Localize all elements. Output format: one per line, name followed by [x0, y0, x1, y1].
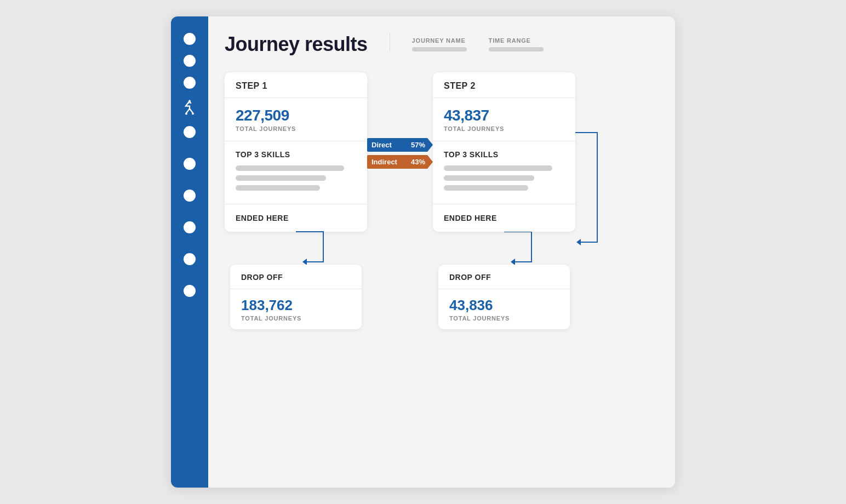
direct-badge-wrapper: Direct 57%: [367, 138, 433, 152]
step2-skill-bar-row-2: [444, 175, 564, 181]
direct-pct: 57%: [409, 138, 433, 152]
journey-name-label: JOURNEY NAME: [412, 37, 467, 44]
sidebar-dot-5[interactable]: [184, 158, 196, 170]
sidebar-dot-9[interactable]: [184, 285, 196, 297]
step2-ended-label: ENDED HERE: [444, 214, 497, 222]
journey-name-filter[interactable]: JOURNEY NAME: [412, 37, 467, 51]
skill-bar-2: [236, 175, 326, 181]
dropoff2-value: 43,836: [449, 297, 559, 314]
header: Journey results JOURNEY NAME TIME RANGE: [225, 33, 659, 56]
main-container: Journey results JOURNEY NAME TIME RANGE: [171, 16, 675, 488]
dropoff2-label: TOTAL JOURNEYS: [449, 315, 559, 322]
step1-metrics: 227,509 TOTAL JOURNEYS: [225, 98, 367, 141]
step2-header: STEP 2: [433, 72, 575, 98]
dropoff1-title: DROP OFF: [241, 273, 283, 282]
svg-point-0: [185, 113, 187, 115]
sidebar-dot-1[interactable]: [184, 33, 196, 45]
dropoff1-header: DROP OFF: [230, 265, 362, 289]
step1-title: STEP 1: [236, 81, 267, 90]
svg-point-1: [192, 113, 194, 115]
sidebar-dot-2[interactable]: [184, 55, 196, 67]
page-title: Journey results: [225, 33, 368, 56]
time-range-filter[interactable]: TIME RANGE: [489, 37, 544, 51]
step2-metrics: 43,837 TOTAL JOURNEYS: [433, 98, 575, 141]
skill-bar-row-1: [236, 165, 356, 171]
step1-ended: ENDED HERE: [225, 204, 367, 232]
dropoff1-metrics: 183,762 TOTAL JOURNEYS: [230, 289, 362, 329]
step2-ended: ENDED HERE: [433, 204, 575, 232]
indirect-badge: Indirect 43%: [367, 155, 433, 169]
sidebar-dot-4[interactable]: [184, 126, 196, 138]
step2-skill-bar-row-3: [444, 185, 564, 191]
step2-skill-bar-row-1: [444, 165, 564, 171]
dropoff2-title: DROP OFF: [449, 273, 491, 282]
svg-marker-3: [576, 239, 581, 245]
step1-ended-label: ENDED HERE: [236, 214, 289, 222]
step2-bracket-svg: [504, 232, 548, 265]
step1-bracket-svg: [296, 232, 340, 265]
journey-layout: STEP 1 227,509 TOTAL JOURNEYS TOP 3 Skil…: [225, 72, 659, 329]
step1-value: 227,509: [236, 107, 356, 124]
sidebar-dot-3[interactable]: [184, 77, 196, 89]
skill-bar-3: [236, 185, 320, 191]
time-range-bar: [489, 47, 544, 51]
step2-card[interactable]: STEP 2 43,837 TOTAL JOURNEYS TOP 3 Skill…: [433, 72, 575, 232]
skill-bar-row-2: [236, 175, 356, 181]
skill-bar-1: [236, 165, 344, 171]
step2-title: STEP 2: [444, 81, 476, 90]
indirect-pct: 43%: [409, 155, 433, 169]
top-row: STEP 1 227,509 TOTAL JOURNEYS TOP 3 Skil…: [225, 72, 659, 232]
step2-wrapper: STEP 2 43,837 TOTAL JOURNEYS TOP 3 Skill…: [433, 72, 575, 232]
step1-label: TOTAL JOURNEYS: [236, 125, 356, 132]
dropoff1-value: 183,762: [241, 297, 351, 314]
time-range-label: TIME RANGE: [489, 37, 544, 44]
step2-dropoff-col: DROP OFF 43,836 TOTAL JOURNEYS: [433, 232, 575, 329]
dropoff1-card[interactable]: DROP OFF 183,762 TOTAL JOURNEYS: [230, 265, 362, 329]
header-filters: JOURNEY NAME TIME RANGE: [390, 33, 544, 51]
sidebar-dot-7[interactable]: [184, 221, 196, 233]
step1-header: STEP 1: [225, 72, 367, 98]
dropoff1-label: TOTAL JOURNEYS: [241, 315, 351, 322]
step2-value: 43,837: [444, 107, 564, 124]
step2-skills-title: TOP 3 Skills: [444, 150, 564, 159]
direct-label: Direct: [367, 138, 409, 152]
indirect-label: Indirect: [367, 155, 409, 169]
svg-point-2: [188, 100, 191, 102]
skill-bar-row-3: [236, 185, 356, 191]
step1-card[interactable]: STEP 1 227,509 TOTAL JOURNEYS TOP 3 Skil…: [225, 72, 367, 232]
sidebar-dots-lower: [184, 126, 196, 307]
step1-skills-title: TOP 3 Skills: [236, 150, 356, 159]
step2-skills: TOP 3 Skills: [433, 141, 575, 204]
step2-skill-bar-2: [444, 175, 534, 181]
step2-right-bracket: [575, 127, 609, 248]
dropoff2-metrics: 43,836 TOTAL JOURNEYS: [438, 289, 570, 329]
step2-skill-bar-1: [444, 165, 552, 171]
step1-wrapper: STEP 1 227,509 TOTAL JOURNEYS TOP 3 Skil…: [225, 72, 367, 232]
indirect-badge-wrapper: Indirect 43%: [367, 155, 433, 169]
dropoff2-header: DROP OFF: [438, 265, 570, 289]
sidebar: [171, 16, 208, 488]
content-area: Journey results JOURNEY NAME TIME RANGE: [208, 16, 675, 488]
step1-vert-connector: [252, 232, 340, 265]
branch-icon: [181, 99, 198, 116]
dropoff2-card[interactable]: DROP OFF 43,836 TOTAL JOURNEYS: [438, 265, 570, 329]
step1-dropoff-col: DROP OFF 183,762 TOTAL JOURNEYS: [225, 232, 367, 329]
direct-badge: Direct 57%: [367, 138, 433, 152]
middle-connector: Direct 57% Indirect 43%: [367, 72, 433, 169]
step1-skills: TOP 3 Skills: [225, 141, 367, 204]
step2-skill-bar-3: [444, 185, 528, 191]
step2-label: TOTAL JOURNEYS: [444, 125, 564, 132]
journey-name-bar: [412, 47, 467, 51]
sidebar-dot-8[interactable]: [184, 253, 196, 265]
sidebar-dot-6[interactable]: [184, 190, 196, 202]
